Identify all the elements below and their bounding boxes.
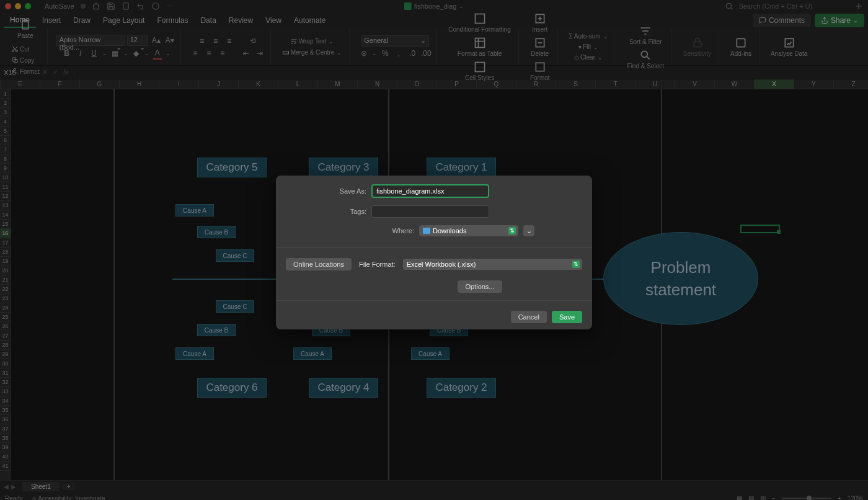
format-caret-icon: ⇅ [572,261,580,268]
file-format-label: File Format: [359,261,396,268]
save-as-filename-input[interactable] [371,184,489,198]
save-dialog: Save As: Tags: Where: Downloads ⇅ ⌄ Onli… [276,176,592,329]
file-format-select[interactable]: Excel Workbook (.xlsx) ⇅ [403,259,582,270]
expand-dialog-button[interactable]: ⌄ [523,225,534,236]
folder-icon [423,228,430,234]
where-caret-icon: ⇅ [508,227,516,234]
where-select[interactable]: Downloads ⇅ [419,225,518,236]
options-button[interactable]: Options... [458,280,502,293]
online-locations-button[interactable]: Online Locations [286,258,352,270]
save-as-label: Save As: [286,187,366,195]
where-label: Where: [334,227,414,234]
tags-label: Tags: [286,208,366,215]
save-button[interactable]: Save [552,311,582,323]
tags-input[interactable] [371,205,489,218]
cancel-button[interactable]: Cancel [511,311,547,323]
